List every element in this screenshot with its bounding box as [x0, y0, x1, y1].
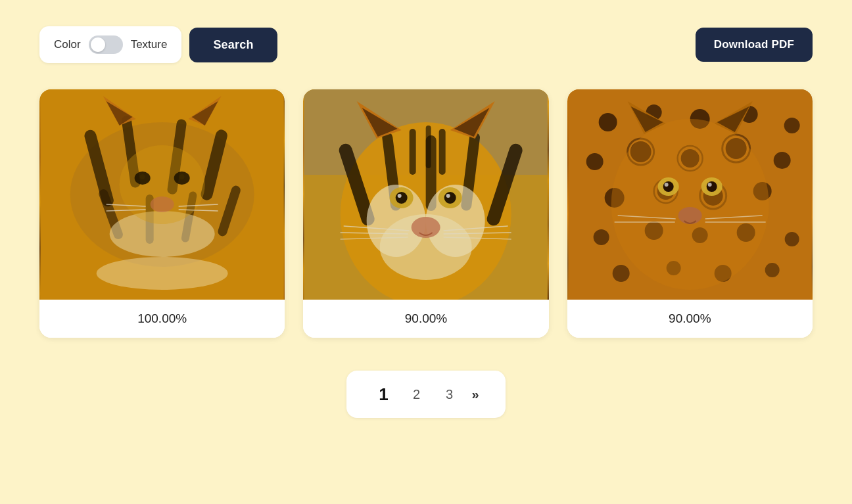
pagination-inner: 1 2 3 » [346, 371, 505, 418]
results-grid: 100.00% [39, 89, 813, 338]
svg-point-17 [151, 196, 174, 212]
svg-point-95 [678, 207, 701, 224]
result-score-1: 100.00% [39, 300, 285, 338]
svg-point-88 [611, 119, 769, 290]
svg-point-79 [612, 265, 629, 282]
svg-point-43 [396, 192, 408, 204]
svg-point-60 [598, 113, 617, 131]
svg-point-69 [773, 152, 790, 169]
svg-point-78 [784, 232, 799, 246]
svg-point-15 [140, 174, 145, 179]
result-score-2: 90.00% [303, 300, 548, 338]
svg-point-64 [784, 118, 799, 133]
svg-rect-35 [410, 129, 416, 175]
svg-point-92 [706, 181, 717, 192]
page-2[interactable]: 2 [403, 381, 429, 407]
toggle-label-color: Color [54, 38, 81, 51]
page-next[interactable]: » [469, 387, 481, 402]
svg-point-11 [97, 257, 228, 290]
pagination: 1 2 3 » [39, 371, 813, 418]
svg-rect-37 [439, 129, 446, 175]
result-card-3: 90.00% [567, 89, 813, 338]
toggle-label-texture: Texture [131, 38, 168, 51]
download-pdf-button[interactable]: Download PDF [696, 28, 813, 62]
page-1[interactable]: 1 [370, 381, 396, 407]
svg-point-46 [446, 194, 450, 198]
toggle-container: Color Texture [39, 26, 181, 63]
page-3[interactable]: 3 [436, 381, 462, 407]
animal-image-2 [303, 89, 548, 300]
animal-image-3 [567, 89, 813, 300]
svg-point-44 [444, 192, 456, 204]
svg-point-65 [586, 153, 603, 170]
svg-point-45 [398, 194, 402, 198]
search-button[interactable]: Search [189, 28, 277, 62]
svg-rect-36 [426, 126, 431, 168]
svg-point-74 [593, 229, 609, 245]
svg-point-91 [663, 181, 673, 192]
animal-image-1 [39, 89, 285, 300]
toolbar: Color Texture Search Download PDF [39, 26, 813, 63]
result-card-2: 90.00% [303, 89, 548, 338]
svg-point-16 [179, 174, 185, 179]
color-texture-toggle[interactable] [89, 35, 123, 54]
toolbar-left: Color Texture Search [39, 26, 277, 63]
result-score-3: 90.00% [567, 300, 813, 338]
svg-point-93 [664, 183, 668, 187]
svg-point-94 [707, 183, 711, 187]
svg-point-82 [765, 263, 779, 277]
result-card-1: 100.00% [39, 89, 285, 338]
